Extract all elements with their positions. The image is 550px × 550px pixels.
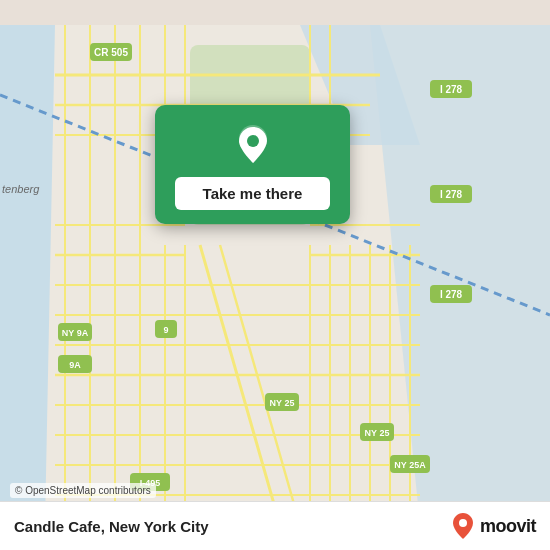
map-container: I 278 I 278 I 278 CR 505 NY 9A 9A NY 25 … — [0, 0, 550, 550]
svg-text:CR 505: CR 505 — [94, 47, 128, 58]
svg-text:I 278: I 278 — [440, 189, 463, 200]
svg-text:NY 9A: NY 9A — [62, 328, 89, 338]
map-background: I 278 I 278 I 278 CR 505 NY 9A 9A NY 25 … — [0, 0, 550, 550]
take-me-there-button[interactable]: Take me there — [175, 177, 330, 210]
svg-point-64 — [247, 135, 259, 147]
svg-text:tenberg: tenberg — [2, 183, 40, 195]
svg-point-65 — [459, 519, 467, 527]
map-copyright: © OpenStreetMap contributors — [10, 483, 156, 498]
bottom-bar: Candle Cafe, New York City moovit — [0, 501, 550, 550]
popup-card: Take me there — [155, 105, 350, 224]
place-name: Candle Cafe, New York City — [14, 518, 209, 535]
svg-text:9A: 9A — [69, 360, 81, 370]
svg-text:9: 9 — [163, 325, 168, 335]
svg-text:I 278: I 278 — [440, 84, 463, 95]
svg-text:I 278: I 278 — [440, 289, 463, 300]
svg-text:NY 25: NY 25 — [365, 428, 390, 438]
svg-text:NY 25: NY 25 — [270, 398, 295, 408]
moovit-pin-icon — [451, 512, 475, 540]
moovit-brand-text: moovit — [480, 516, 536, 537]
moovit-logo: moovit — [451, 512, 536, 540]
svg-text:NY 25A: NY 25A — [394, 460, 426, 470]
location-pin-icon — [231, 123, 275, 167]
